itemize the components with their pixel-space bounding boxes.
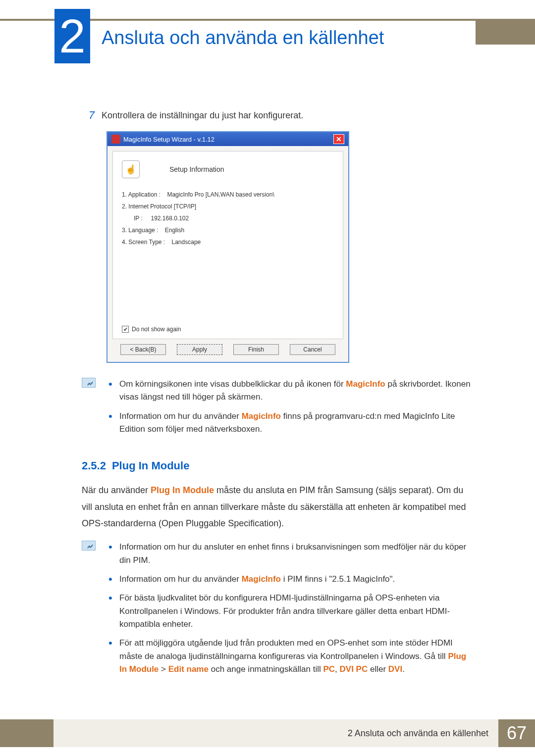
- top-accent-block: [476, 21, 535, 45]
- magicinfo-keyword: MagicInfo: [242, 411, 281, 421]
- info-language: 3. Language : English: [122, 227, 334, 234]
- page-content: 7 Kontrollera de inställningar du just h…: [82, 109, 476, 682]
- hand-cursor-icon: ☝: [122, 160, 140, 178]
- wizard-body: ☝ Setup Information 1. Application : Mag…: [112, 151, 343, 339]
- info-screen-type: 4. Screen Type : Landscape: [122, 239, 334, 246]
- wizard-title-text: MagicInfo Setup Wizard - v.1.12: [123, 136, 214, 143]
- note-block-1: Om körningsikonen inte visas dubbelklick…: [82, 378, 476, 442]
- chapter-number: 2: [54, 9, 90, 63]
- checkbox-label: Do not show again: [132, 326, 181, 333]
- plug-in-module-keyword: Plug In Module: [151, 485, 214, 495]
- note-icon: [82, 378, 96, 388]
- step-text: Kontrollera de inställningar du just har…: [102, 109, 303, 122]
- back-button[interactable]: < Back(B): [120, 344, 166, 355]
- finish-button[interactable]: Finish: [233, 344, 279, 355]
- close-icon[interactable]: ✕: [333, 134, 344, 144]
- note1-item1: Om körningsikonen inte visas dubbelklick…: [108, 378, 476, 404]
- pc-keyword: PC: [323, 664, 335, 674]
- dvi-pc-keyword: DVI PC: [340, 664, 368, 674]
- wizard-button-row: < Back(B) Apply Finish Cancel: [107, 344, 348, 362]
- note-block-2: Information om hur du ansluter en enhet …: [82, 541, 476, 682]
- wizard-app-icon: [111, 135, 120, 144]
- edit-name-keyword: Edit name: [168, 664, 209, 674]
- info-tcpip: 2. Internet Protocol [TCP/IP]: [122, 203, 334, 210]
- footer: 2 Ansluta och använda en källenhet 67: [0, 719, 535, 747]
- note2-item1: Information om hur du ansluter en enhet …: [108, 541, 476, 567]
- do-not-show-again-row[interactable]: ✔ Do not show again: [122, 326, 181, 333]
- note2-item2: Information om hur du använder MagicInfo…: [108, 573, 476, 586]
- wizard-titlebar: MagicInfo Setup Wizard - v.1.12 ✕: [107, 132, 348, 146]
- note2-item3: För bästa ljudkvalitet bör du konfigurer…: [108, 592, 476, 631]
- cancel-button[interactable]: Cancel: [290, 344, 335, 355]
- dvi-keyword: DVI: [388, 664, 402, 674]
- section-heading-plug-in-module: 2.5.2Plug In Module: [82, 459, 476, 472]
- note1-item2: Information om hur du använder MagicInfo…: [108, 410, 476, 436]
- magicinfo-keyword: MagicInfo: [346, 379, 385, 389]
- footer-accent: [0, 719, 54, 747]
- section-title: Plug In Module: [112, 459, 189, 472]
- info-ip: IP : 192.168.0.102: [134, 215, 334, 222]
- section-number: 2.5.2: [82, 459, 106, 472]
- plug-in-module-paragraph: När du använder Plug In Module måste du …: [82, 482, 476, 532]
- apply-button[interactable]: Apply: [177, 344, 222, 355]
- info-application: 1. Application : MagicInfo Pro [LAN,WAN …: [122, 191, 334, 198]
- setup-information-heading: Setup Information: [169, 165, 224, 173]
- checkbox-icon[interactable]: ✔: [122, 326, 129, 333]
- magicinfo-keyword: MagicInfo: [242, 574, 281, 584]
- magicinfo-wizard-dialog: MagicInfo Setup Wizard - v.1.12 ✕ ☝ Setu…: [107, 131, 349, 363]
- note-icon: [82, 541, 96, 551]
- page-number: 67: [498, 719, 535, 747]
- chapter-title: Ansluta och använda en källenhet: [102, 27, 384, 49]
- note2-item4: För att möjliggöra utgående ljud från pr…: [108, 637, 476, 676]
- step-7-row: 7 Kontrollera de inställningar du just h…: [82, 109, 476, 122]
- footer-text: 2 Ansluta och använda en källenhet: [54, 719, 498, 747]
- step-number: 7: [82, 109, 102, 122]
